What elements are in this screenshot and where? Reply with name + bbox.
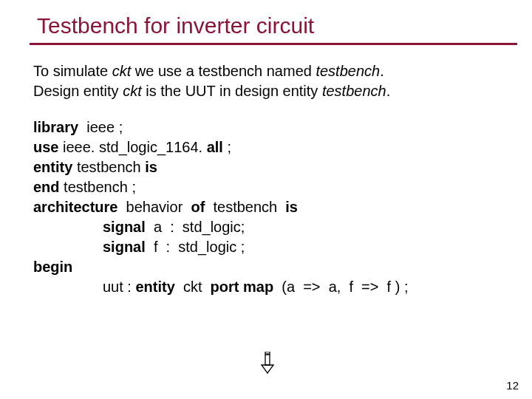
code-text: testbench <box>209 199 282 215</box>
intro-text: To simulate ckt we use a testbench named… <box>33 61 507 101</box>
intro-text-part: Design entity <box>33 83 123 99</box>
intro-text-ckt: ckt <box>112 63 132 79</box>
kw-entity: entity <box>33 159 77 175</box>
code-text: ckt <box>179 279 206 295</box>
svg-rect-0 <box>265 352 270 354</box>
kw-signal: signal <box>103 239 149 255</box>
down-arrow-icon <box>260 352 275 374</box>
code-text: ; <box>223 139 231 155</box>
kw-is: is <box>145 159 157 175</box>
code-text: f : std_logic ; <box>149 239 245 255</box>
code-text: behavior <box>122 199 187 215</box>
kw-end: end <box>33 179 60 195</box>
svg-marker-2 <box>262 365 273 373</box>
intro-text-part: is the UUT in design entity <box>142 83 322 99</box>
code-text: ieee. std_logic_1164. <box>58 139 206 155</box>
code-text: uut : <box>103 279 135 295</box>
code-text: testbench ; <box>60 179 136 195</box>
kw-architecture: architecture <box>33 199 122 215</box>
page-number: 12 <box>506 379 519 392</box>
intro-text-testbench: testbench <box>322 83 386 99</box>
kw-entity: entity <box>135 279 179 295</box>
kw-is: is <box>282 199 298 215</box>
code-text: ieee ; <box>83 119 123 135</box>
kw-port-map: port map <box>206 279 278 295</box>
code-block: library ieee ; use ieee. std_logic_1164.… <box>33 117 507 297</box>
intro-text-ckt: ckt <box>123 83 142 99</box>
kw-library: library <box>33 119 83 135</box>
kw-use: use <box>33 139 58 155</box>
kw-signal: signal <box>103 219 149 235</box>
intro-text-part: we use a testbench named <box>131 63 316 79</box>
code-text: testbench <box>77 159 145 175</box>
code-text: (a => a, f => f ) ; <box>278 279 409 295</box>
kw-begin: begin <box>33 259 72 275</box>
intro-text-part: . <box>386 83 391 99</box>
title-rule <box>30 43 517 45</box>
kw-all: all <box>207 139 223 155</box>
intro-text-part: . <box>380 63 384 79</box>
slide-title: Testbench for inverter circuit <box>37 13 507 38</box>
svg-rect-1 <box>265 355 270 365</box>
intro-text-part: To simulate <box>33 63 112 79</box>
kw-of: of <box>187 199 209 215</box>
code-text: a : std_logic; <box>149 219 245 235</box>
intro-text-testbench: testbench <box>316 63 380 79</box>
